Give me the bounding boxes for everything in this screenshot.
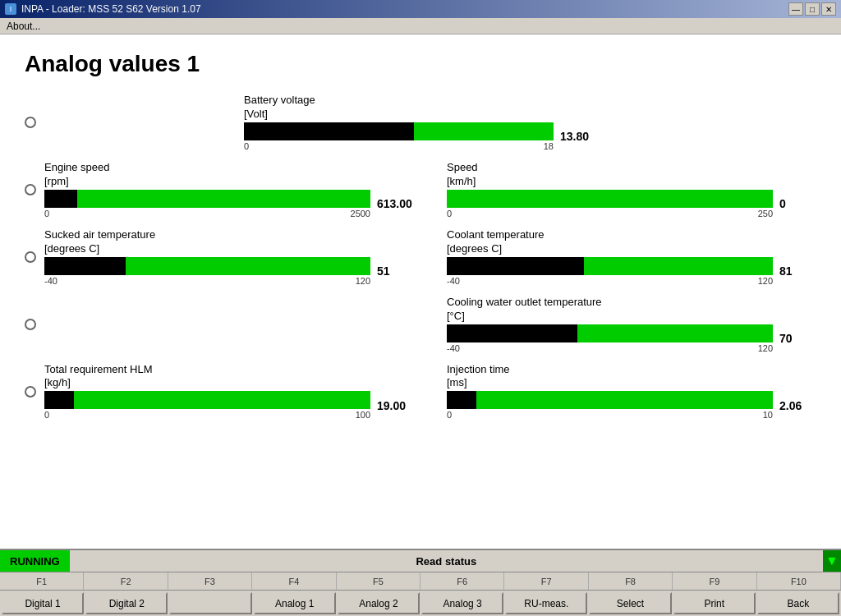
btn-digital1[interactable]: Digital 1 (2, 592, 84, 614)
radio-1[interactable] (25, 117, 36, 128)
radio-2[interactable] (25, 184, 36, 195)
page-title: Analog values 1 (25, 51, 816, 77)
fkey-f10: F10 (757, 572, 841, 590)
menu-about[interactable]: About... (3, 20, 44, 33)
maximize-button[interactable]: □ (805, 2, 820, 16)
btn-digital2[interactable]: Digital 2 (85, 592, 168, 614)
gauge-battery-bar (244, 122, 554, 140)
btn-back[interactable]: Back (757, 592, 839, 614)
status-bar: RUNNING Read status ▼ (0, 549, 841, 572)
function-keys-row: F1 F2 F3 F4 F5 F6 F7 F8 F9 F10 (0, 572, 841, 590)
btn-empty (169, 592, 251, 614)
fkey-f1: F1 (0, 572, 84, 590)
gauge-battery-fill (244, 122, 414, 140)
gauge-engine-speed: Engine speed [rpm] 0 2500 613.00 (44, 161, 414, 218)
gauge-cooling-water-outlet: Cooling water outlet temperature [°C] -4… (447, 296, 816, 353)
btn-print[interactable]: Print (673, 592, 756, 614)
fkey-f4: F4 (252, 572, 336, 590)
menu-bar: About... (0, 18, 841, 34)
btn-select[interactable]: Select (589, 592, 671, 614)
status-text: Read status (70, 555, 823, 568)
gauge-battery-value: 13.80 (560, 130, 597, 143)
btn-rumeas[interactable]: RU-meas. (505, 592, 587, 614)
fkey-f9: F9 (673, 572, 756, 590)
title-bar-controls: — □ ✕ (788, 2, 836, 16)
btn-analog3[interactable]: Analog 3 (421, 592, 503, 614)
fkey-f2: F2 (84, 572, 168, 590)
fkey-f8: F8 (589, 572, 673, 590)
fkey-f7: F7 (504, 572, 588, 590)
running-indicator: RUNNING (0, 550, 70, 572)
fkey-f6: F6 (420, 572, 504, 590)
gauge-battery-min: 0 (244, 141, 249, 151)
gauge-injection-time: Injection time [ms] 0 10 2.06 (447, 363, 816, 421)
status-arrow-icon: ▼ (823, 550, 841, 572)
fkey-f3: F3 (168, 572, 252, 590)
gauge-air-temp: Sucked air temperature [degrees C] -40 1… (44, 228, 414, 286)
btn-analog2[interactable]: Analog 2 (338, 592, 420, 614)
title-bar-text: INPA - Loader: MSS 52 S62 Version 1.07 (21, 3, 201, 15)
radio-5[interactable] (25, 386, 36, 398)
close-button[interactable]: ✕ (821, 2, 836, 16)
gauge-speed: Speed [km/h] 0 250 0 (447, 161, 816, 218)
radio-4[interactable] (25, 319, 36, 330)
gauge-battery-max: 18 (544, 141, 554, 151)
gauge-battery-unit: [Volt] (244, 108, 597, 120)
gauge-battery-label: Battery voltage (244, 94, 597, 108)
fkey-f5: F5 (337, 572, 420, 590)
minimize-button[interactable]: — (788, 2, 803, 16)
action-buttons-row: Digital 1 Digital 2 Analog 1 Analog 2 An… (0, 590, 841, 616)
radio-3[interactable] (25, 251, 36, 263)
app-icon: I (5, 3, 16, 15)
gauge-hlm: Total requirement HLM [kg/h] 0 100 19.00 (44, 363, 414, 421)
main-content: Analog values 1 Battery voltage [Volt] 0… (0, 34, 841, 549)
btn-analog1[interactable]: Analog 1 (254, 592, 336, 614)
title-bar: I INPA - Loader: MSS 52 S62 Version 1.07… (0, 0, 841, 18)
gauge-coolant-temp: Coolant temperature [degrees C] -40 120 … (447, 228, 816, 286)
